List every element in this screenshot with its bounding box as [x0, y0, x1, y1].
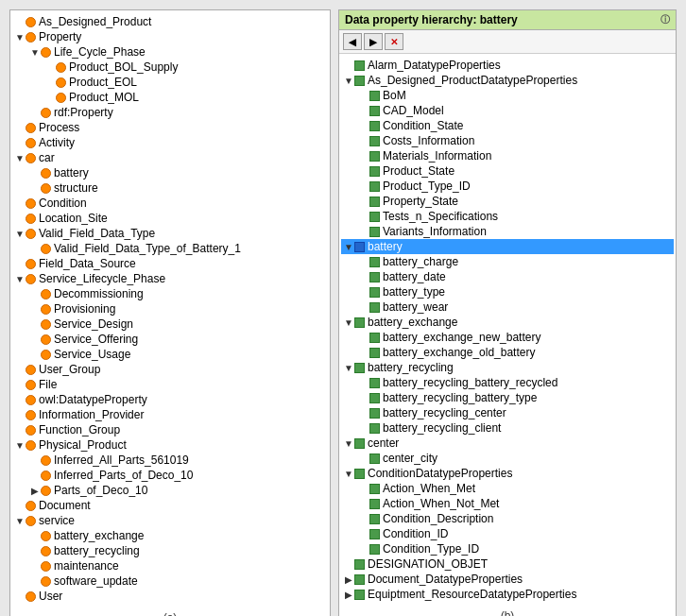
tree-item-info_provider[interactable]: Information_Provider — [12, 407, 328, 422]
tree-item-battery_recycling_node[interactable]: ▼battery_recycling — [341, 360, 674, 375]
toggle-lc_phase[interactable]: ▼ — [29, 47, 41, 58]
tree-item-condition_desc[interactable]: Condition_Description — [341, 511, 674, 526]
tree-item-battery_exchange_node[interactable]: ▼battery_exchange — [341, 315, 674, 330]
tree-item-document_props[interactable]: ▶Document_DatatypeProperties — [341, 572, 674, 587]
tree-item-mol[interactable]: Product_MOL — [12, 90, 328, 105]
tree-item-service_offering[interactable]: Service_Offering — [12, 332, 328, 347]
toggle-property[interactable]: ▼ — [14, 32, 26, 43]
tree-item-action_when_met[interactable]: Action_When_Met — [341, 481, 674, 496]
tree-item-variants_info[interactable]: Variants_Information — [341, 224, 674, 239]
tree-item-service_usage[interactable]: Service_Usage — [12, 347, 328, 362]
tree-item-battery[interactable]: battery — [12, 165, 328, 180]
toggle-battery_node[interactable]: ▼ — [343, 242, 354, 252]
tree-item-battery_charge[interactable]: battery_charge — [341, 254, 674, 269]
tree-item-activity[interactable]: Activity — [12, 135, 328, 150]
label-battery_recycling_recycled: battery_recycling_battery_recycled — [383, 376, 557, 389]
tree-item-eol[interactable]: Product_EOL — [12, 75, 328, 90]
toggle-equipment_props[interactable]: ▶ — [343, 590, 354, 600]
tree-item-condition_props[interactable]: ▼ConditionDatatypeProperties — [341, 466, 674, 481]
toolbar-btn-close[interactable]: ✕ — [385, 33, 403, 50]
toggle-battery_exchange_node[interactable]: ▼ — [343, 317, 354, 328]
tree-item-user_group[interactable]: User_Group — [12, 362, 328, 377]
toggle-as_designed_props[interactable]: ▼ — [343, 76, 354, 86]
tree-item-bom[interactable]: BoM — [341, 88, 674, 103]
tree-item-file[interactable]: File — [12, 377, 328, 392]
tree-item-condition[interactable]: Condition — [12, 196, 328, 211]
tree-item-location[interactable]: Location_Site — [12, 211, 328, 226]
tree-item-valid_field[interactable]: ▼Valid_Field_Data_Type — [12, 226, 328, 241]
tree-item-materials_info[interactable]: Materials_Information — [341, 148, 674, 163]
toggle-slc_phase[interactable]: ▼ — [14, 274, 26, 284]
tree-item-battery_exchange[interactable]: battery_exchange — [12, 528, 328, 543]
tree-item-battery_recycling_center[interactable]: battery_recycling_center — [341, 405, 674, 420]
tree-item-product_type_id[interactable]: Product_Type_ID — [341, 179, 674, 194]
tree-item-battery_type[interactable]: battery_type — [341, 284, 674, 299]
tree-item-bol_supply[interactable]: Product_BOL_Supply — [12, 60, 328, 75]
toggle-center_node[interactable]: ▼ — [343, 438, 354, 449]
toggle-document_props[interactable]: ▶ — [343, 574, 354, 585]
tree-item-condition_id[interactable]: Condition_ID — [341, 526, 674, 541]
tree-item-parts_deco[interactable]: ▶Parts_of_Deco_10 — [12, 483, 328, 498]
tree-item-inferred_all[interactable]: Inferred_All_Parts_561019 — [12, 453, 328, 468]
tree-item-battery_recycling[interactable]: battery_recycling — [12, 543, 328, 558]
toolbar-btn-2[interactable]: ▶ — [364, 33, 383, 50]
tree-item-software_update[interactable]: software_update — [12, 573, 328, 589]
tree-item-condition_type_id[interactable]: Condition_Type_ID — [341, 541, 674, 556]
tree-item-as_designed_props[interactable]: ▼As_Designed_ProductDatatypeProperties — [341, 73, 674, 88]
tree-item-valid_battery[interactable]: Valid_Field_Data_Type_of_Battery_1 — [12, 241, 328, 256]
toggle-parts_deco[interactable]: ▶ — [29, 486, 41, 496]
green-square-icon — [354, 590, 365, 600]
tree-item-costs_info[interactable]: Costs_Information — [341, 133, 674, 148]
tree-item-slc_phase[interactable]: ▼Service_Lifecycle_Phase — [12, 271, 328, 286]
tree-item-maintenance[interactable]: maintenance — [12, 558, 328, 573]
tree-item-center_node[interactable]: ▼center — [341, 436, 674, 451]
orange-circle-icon — [26, 440, 36, 451]
tree-item-battery_exchange_new[interactable]: battery_exchange_new_battery — [341, 330, 674, 345]
tree-item-document[interactable]: Document — [12, 498, 328, 513]
tree-item-decommission[interactable]: Decommissioning — [12, 286, 328, 301]
tree-item-center_city[interactable]: center_city — [341, 451, 674, 466]
toggle-car[interactable]: ▼ — [14, 153, 26, 163]
tree-item-inferred_deco[interactable]: Inferred_Parts_of_Deco_10 — [12, 468, 328, 483]
tree-item-function_group[interactable]: Function_Group — [12, 422, 328, 437]
tree-item-product_state[interactable]: Product_State — [341, 163, 674, 179]
tree-item-alarm[interactable]: Alarm_DatatypeProperties — [341, 58, 674, 73]
tree-item-as_designed[interactable]: As_Designed_Product — [12, 14, 328, 29]
tree-item-provisioning[interactable]: Provisioning — [12, 301, 328, 317]
toggle-condition_props[interactable]: ▼ — [343, 469, 354, 479]
tree-item-designation[interactable]: DESIGNATION_OBJET — [341, 556, 674, 572]
tree-item-rdf_property[interactable]: rdf:Property — [12, 105, 328, 120]
green-square-icon — [369, 499, 380, 509]
tree-item-service[interactable]: ▼service — [12, 513, 328, 528]
tree-item-user[interactable]: User — [12, 589, 328, 604]
toggle-physical_product[interactable]: ▼ — [14, 440, 26, 451]
tree-item-battery_recycling_type[interactable]: battery_recycling_battery_type — [341, 390, 674, 405]
label-rdf_property: rdf:Property — [54, 106, 113, 119]
tree-item-battery_date[interactable]: battery_date — [341, 269, 674, 284]
toggle-battery_recycling_node[interactable]: ▼ — [343, 363, 354, 373]
toggle-valid_field[interactable]: ▼ — [14, 229, 26, 239]
tree-item-battery_recycling_recycled[interactable]: battery_recycling_battery_recycled — [341, 375, 674, 390]
tree-item-condition_state[interactable]: Condition_State — [341, 118, 674, 133]
tree-item-action_when_not_met[interactable]: Action_When_Not_Met — [341, 496, 674, 511]
toolbar-btn-1[interactable]: ◀ — [343, 33, 362, 50]
tree-item-tests_specs[interactable]: Tests_n_Specifications — [341, 209, 674, 224]
tree-item-lc_phase[interactable]: ▼Life_Cycle_Phase — [12, 44, 328, 60]
tree-item-battery_node[interactable]: ▼battery — [341, 239, 674, 254]
tree-item-battery_recycling_client[interactable]: battery_recycling_client — [341, 420, 674, 436]
tree-item-equipment_props[interactable]: ▶Equiptment_ResourceDatatypeProperties — [341, 587, 674, 602]
tree-item-owl_prop[interactable]: owl:DatatypeProperty — [12, 392, 328, 407]
tree-item-structure[interactable]: structure — [12, 180, 328, 196]
tree-item-property[interactable]: ▼Property — [12, 29, 328, 44]
tree-item-property_state[interactable]: Property_State — [341, 194, 674, 209]
orange-circle-icon — [41, 244, 51, 254]
tree-item-battery_exchange_old[interactable]: battery_exchange_old_battery — [341, 345, 674, 360]
tree-item-cad_model[interactable]: CAD_Model — [341, 103, 674, 118]
tree-item-field_source[interactable]: Field_Data_Source — [12, 256, 328, 271]
toggle-service[interactable]: ▼ — [14, 516, 26, 526]
tree-item-car[interactable]: ▼car — [12, 150, 328, 165]
tree-item-process[interactable]: Process — [12, 120, 328, 135]
tree-item-physical_product[interactable]: ▼Physical_Product — [12, 437, 328, 453]
tree-item-battery_wear[interactable]: battery_wear — [341, 299, 674, 315]
tree-item-service_design[interactable]: Service_Design — [12, 317, 328, 332]
